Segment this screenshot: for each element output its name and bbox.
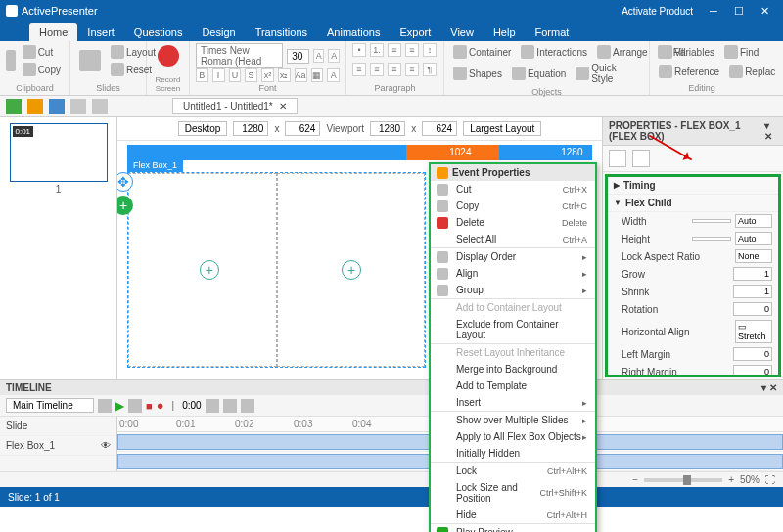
zoom-out-button[interactable]: − bbox=[632, 474, 638, 485]
prop-value-input[interactable]: 0 bbox=[733, 347, 772, 361]
ctx-play-preview[interactable]: Play Preview bbox=[431, 523, 595, 532]
ctx-group[interactable]: Group▸ bbox=[431, 282, 595, 298]
ctx-lock-size-and-position[interactable]: Lock Size and PositionCtrl+Shift+K bbox=[431, 479, 595, 507]
minimize-button[interactable]: ─ bbox=[701, 2, 726, 20]
activate-product-link[interactable]: Activate Product bbox=[622, 6, 693, 17]
layout-select[interactable]: Largest Layout bbox=[463, 121, 541, 136]
ctx-reset-layout-inheritance[interactable]: Reset Layout Inheritance bbox=[431, 343, 595, 361]
tl-row-slide[interactable]: Slide bbox=[0, 417, 116, 436]
prop-value-input[interactable] bbox=[692, 219, 731, 223]
prop-dropdown[interactable]: Auto bbox=[735, 214, 772, 228]
prop-value-input[interactable] bbox=[692, 237, 731, 241]
variables-button[interactable]: Variables bbox=[656, 43, 717, 61]
ctx-lock[interactable]: LockCtrl+Alt+K bbox=[431, 462, 595, 479]
qat-undo-icon[interactable] bbox=[70, 99, 86, 114]
ctx-hide[interactable]: HideCtrl+Alt+H bbox=[431, 507, 595, 523]
interactions-button[interactable]: Interactions bbox=[518, 43, 590, 61]
ctx-event-properties[interactable]: Event Properties bbox=[431, 164, 595, 181]
shapes-button[interactable]: Shapes bbox=[450, 65, 505, 82]
maximize-button[interactable]: ☐ bbox=[726, 2, 752, 20]
close-tab-icon[interactable]: ✕ bbox=[279, 101, 287, 111]
align-center-button[interactable]: ≡ bbox=[370, 63, 384, 76]
prop-dropdown[interactable]: None bbox=[735, 249, 772, 263]
viewport-width-input[interactable]: 1280 bbox=[370, 121, 405, 136]
add-cell-button[interactable]: + bbox=[200, 260, 219, 280]
font-size-input[interactable]: 30 bbox=[287, 49, 309, 64]
eye-icon[interactable]: 👁 bbox=[101, 440, 111, 451]
tab-view[interactable]: View bbox=[440, 23, 484, 41]
viewport-height-input[interactable]: 624 bbox=[422, 121, 457, 136]
timeline-close-icon[interactable]: ▾ ✕ bbox=[761, 382, 777, 393]
align-justify-button[interactable]: ≡ bbox=[405, 63, 419, 76]
font-color-button[interactable]: A bbox=[327, 68, 340, 82]
device-select[interactable]: Desktop bbox=[178, 121, 228, 136]
record-screen-button[interactable] bbox=[153, 43, 183, 68]
align-left-button[interactable]: ≡ bbox=[352, 63, 366, 76]
numbering-button[interactable]: 1. bbox=[370, 43, 384, 57]
bullets-button[interactable]: • bbox=[352, 43, 366, 57]
super-button[interactable]: x² bbox=[261, 68, 274, 82]
tab-animations[interactable]: Animations bbox=[317, 23, 390, 41]
ruler[interactable]: 10241280 bbox=[127, 145, 592, 160]
zoom-fit-icon[interactable]: ⛶ bbox=[765, 474, 775, 485]
ctx-display-order[interactable]: Display Order▸ bbox=[431, 247, 595, 265]
bold-button[interactable]: B bbox=[196, 68, 208, 82]
reference-button[interactable]: Reference bbox=[656, 63, 722, 80]
ctx-apply-to-all-flex-box-objects[interactable]: Apply to All Flex Box Objects▸ bbox=[431, 428, 595, 445]
strike-button[interactable]: S bbox=[245, 68, 257, 82]
tl-zoomin-icon[interactable] bbox=[223, 399, 237, 413]
prop-tab-2[interactable] bbox=[632, 150, 650, 167]
canvas-width-input[interactable]: 1280 bbox=[233, 121, 268, 136]
underline-button[interactable]: U bbox=[229, 68, 242, 82]
equation-button[interactable]: Equation bbox=[509, 65, 569, 82]
qat-open-icon[interactable] bbox=[27, 99, 43, 114]
copy-button[interactable]: Copy bbox=[20, 61, 64, 78]
tab-home[interactable]: Home bbox=[29, 23, 77, 41]
panel-close-icon[interactable]: ▾ ✕ bbox=[764, 120, 777, 142]
case-button[interactable]: Aa bbox=[295, 68, 307, 82]
prop-value-input[interactable]: 1 bbox=[733, 285, 772, 298]
ctx-add-to-template[interactable]: Add to Template bbox=[431, 377, 595, 394]
section-flex-child[interactable]: ▼Flex Child bbox=[608, 195, 778, 212]
ctx-add-to-container-layout[interactable]: Add to Container Layout bbox=[431, 298, 595, 316]
new-slide-button[interactable] bbox=[76, 48, 104, 73]
qat-new-icon[interactable] bbox=[6, 99, 22, 114]
tl-next-icon[interactable] bbox=[128, 399, 142, 413]
prop-value-input[interactable]: 0 bbox=[733, 365, 772, 377]
tab-format[interactable]: Format bbox=[526, 23, 579, 41]
ctx-copy[interactable]: CopyCtrl+C bbox=[431, 198, 595, 214]
document-tab[interactable]: Untitled1 - Untitled1*✕ bbox=[172, 98, 298, 114]
tab-insert[interactable]: Insert bbox=[77, 23, 124, 41]
prop-value-input[interactable]: 1 bbox=[733, 267, 772, 281]
qat-redo-icon[interactable] bbox=[92, 99, 108, 114]
quickstyle-button[interactable]: Quick Style bbox=[573, 61, 643, 86]
ctx-delete[interactable]: DeleteDelete bbox=[431, 214, 595, 231]
tl-play-icon[interactable]: ▶ bbox=[115, 399, 124, 413]
font-family-select[interactable]: Times New Roman (Head bbox=[196, 43, 283, 68]
tab-help[interactable]: Help bbox=[484, 23, 526, 41]
flexbox-tag[interactable]: Flex Box_1 bbox=[127, 158, 183, 172]
font-shrink-button[interactable]: A bbox=[328, 49, 340, 63]
canvas-height-input[interactable]: 624 bbox=[285, 121, 320, 136]
sub-button[interactable]: x₂ bbox=[278, 68, 291, 82]
ctx-select-all[interactable]: Select AllCtrl+A bbox=[431, 231, 595, 247]
align-right-button[interactable]: ≡ bbox=[388, 63, 401, 76]
tab-export[interactable]: Export bbox=[390, 23, 440, 41]
cut-button[interactable]: Cut bbox=[20, 43, 64, 61]
prop-dropdown[interactable]: ▭ Stretch bbox=[735, 320, 772, 343]
ctx-cut[interactable]: CutCtrl+X bbox=[431, 181, 595, 198]
zoom-in-button[interactable]: + bbox=[728, 474, 734, 485]
zoom-slider[interactable] bbox=[644, 478, 722, 482]
highlight-button[interactable]: ▦ bbox=[311, 68, 324, 82]
tl-prev-icon[interactable] bbox=[98, 399, 112, 413]
qat-save-icon[interactable] bbox=[49, 99, 65, 114]
direction-button[interactable]: ¶ bbox=[423, 63, 437, 76]
slide-thumbnail[interactable]: 0:01 bbox=[10, 123, 108, 182]
ctx-merge-into-background[interactable]: Merge into Background bbox=[431, 361, 595, 377]
ctx-insert[interactable]: Insert▸ bbox=[431, 394, 595, 411]
tl-row-flexbox[interactable]: Flex Box_1👁 bbox=[0, 436, 116, 456]
tl-fit-icon[interactable] bbox=[241, 399, 254, 413]
prop-value-input[interactable]: 0 bbox=[733, 302, 772, 316]
close-button[interactable]: ✕ bbox=[752, 2, 777, 20]
ctx-show-over-multiple-slides[interactable]: Show over Multiple Slides▸ bbox=[431, 411, 595, 428]
